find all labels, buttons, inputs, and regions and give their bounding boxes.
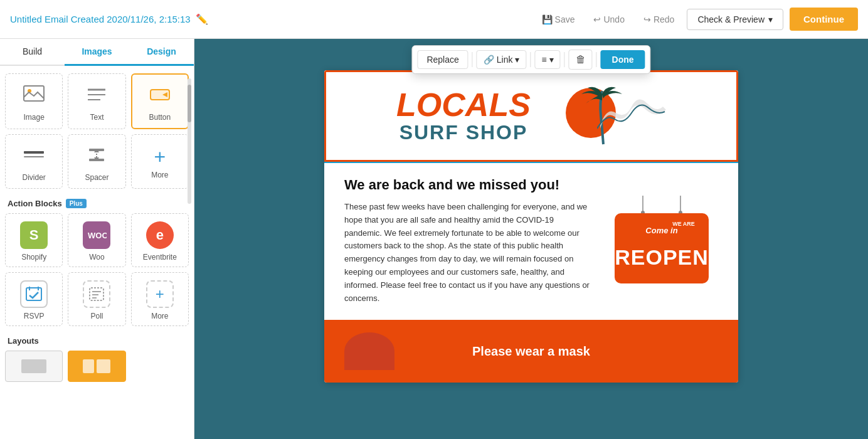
text-block-icon bbox=[85, 83, 108, 109]
floating-toolbar: Replace 🔗 Link ▾ ≡ ▾ 🗑 Done bbox=[411, 45, 650, 74]
layout-1col[interactable] bbox=[5, 351, 63, 382]
action-more-label: More bbox=[151, 312, 168, 320]
sidebar: Build Images Design bbox=[0, 39, 194, 439]
svg-text:WE ARE: WE ARE bbox=[672, 221, 695, 227]
logo-container: LOCALS SURF SHOP bbox=[396, 85, 666, 147]
save-button[interactable]: 💾 Save bbox=[536, 11, 581, 28]
action-block-woo[interactable]: WOO Woo bbox=[68, 213, 125, 267]
block-more[interactable]: + More bbox=[131, 134, 189, 189]
main-layout: Build Images Design bbox=[0, 39, 868, 439]
top-bar: Untitled Email Created 2020/11/26, 2:15:… bbox=[0, 0, 868, 39]
svg-rect-8 bbox=[24, 151, 44, 154]
surf-locals-text: LOCALS bbox=[396, 88, 531, 121]
email-canvas: LOCALS SURF SHOP bbox=[324, 70, 738, 383]
email-body: We are back and we missed you! These pas… bbox=[324, 162, 738, 320]
redo-icon: ↪ bbox=[643, 14, 651, 24]
action-block-more[interactable]: + More bbox=[131, 272, 189, 326]
eventbrite-icon: e bbox=[146, 221, 174, 249]
tab-images[interactable]: Images bbox=[65, 39, 129, 66]
surf-shop-text: SURF SHOP bbox=[396, 121, 531, 144]
block-text[interactable]: Text bbox=[68, 73, 125, 129]
woo-label: Woo bbox=[89, 253, 104, 262]
canvas-area: Replace 🔗 Link ▾ ≡ ▾ 🗑 Done bbox=[194, 39, 868, 439]
continue-label: Continue bbox=[803, 14, 844, 24]
undo-icon: ↩ bbox=[593, 14, 601, 24]
email-header[interactable]: LOCALS SURF SHOP bbox=[324, 70, 738, 162]
continue-button[interactable]: Continue bbox=[790, 8, 858, 31]
svg-rect-24 bbox=[83, 359, 94, 373]
email-body-paragraph: These past few weeks have been challengi… bbox=[344, 201, 593, 305]
check-preview-button[interactable]: Check & Preview ▾ bbox=[687, 9, 783, 30]
rsvp-label: RSVP bbox=[24, 312, 45, 320]
delete-button[interactable]: 🗑 bbox=[569, 50, 593, 70]
link-icon: 🔗 bbox=[484, 55, 494, 65]
block-button[interactable]: Button bbox=[131, 73, 189, 129]
layouts-grid bbox=[5, 351, 189, 382]
action-block-rsvp[interactable]: RSVP bbox=[5, 272, 63, 326]
block-more-label: More bbox=[151, 171, 168, 179]
svg-rect-23 bbox=[21, 359, 46, 373]
more-block-icon: + bbox=[154, 147, 166, 167]
toolbar-separator-4 bbox=[596, 52, 597, 67]
sidebar-tabs: Build Images Design bbox=[0, 39, 194, 66]
block-divider-label: Divider bbox=[22, 173, 45, 182]
svg-text:REOPEN: REOPEN bbox=[615, 245, 709, 269]
replace-button[interactable]: Replace bbox=[417, 50, 468, 69]
edit-title-icon[interactable]: ✏️ bbox=[196, 13, 208, 25]
surf-text-block: LOCALS SURF SHOP bbox=[396, 88, 531, 144]
link-button[interactable]: 🔗 Link ▾ bbox=[477, 50, 527, 69]
align-button[interactable]: ≡ ▾ bbox=[534, 50, 560, 69]
link-label: Link bbox=[497, 55, 513, 65]
done-button[interactable]: Done bbox=[601, 50, 645, 69]
undo-button[interactable]: ↩ Undo bbox=[587, 11, 630, 28]
reopen-sign-svg: Come in WE ARE REOPEN bbox=[608, 196, 715, 287]
block-spacer[interactable]: Spacer bbox=[68, 134, 125, 189]
email-title: Untitled Email Created 2020/11/26, 2:15:… bbox=[10, 14, 191, 24]
action-blocks-section-title: Action Blocks Plus bbox=[8, 199, 186, 208]
block-image-label: Image bbox=[23, 113, 44, 122]
block-image[interactable]: Image bbox=[5, 73, 63, 129]
align-icon: ≡ bbox=[541, 55, 546, 65]
action-blocks-title: Action Blocks bbox=[8, 199, 62, 208]
image-block-icon bbox=[23, 83, 45, 109]
scrollbar-thumb[interactable] bbox=[188, 85, 191, 122]
svg-rect-16 bbox=[26, 288, 41, 300]
save-icon: 💾 bbox=[542, 14, 553, 24]
link-chevron-icon: ▾ bbox=[515, 55, 519, 65]
action-block-eventbrite[interactable]: e Eventbrite bbox=[131, 213, 189, 267]
scrollbar[interactable] bbox=[188, 78, 191, 204]
layouts-title: Layouts bbox=[8, 336, 39, 346]
spacer-block-icon bbox=[85, 144, 108, 169]
align-chevron-icon: ▾ bbox=[549, 55, 554, 65]
email-heading: We are back and we missed you! bbox=[344, 177, 593, 193]
woo-icon: WOO bbox=[83, 221, 110, 249]
plus-badge: Plus bbox=[66, 199, 87, 208]
redo-label: Redo bbox=[654, 14, 674, 24]
footer-icon bbox=[344, 332, 394, 370]
blocks-grid: Image Text bbox=[5, 73, 189, 189]
tab-build[interactable]: Build bbox=[0, 39, 65, 66]
toolbar-separator-1 bbox=[472, 52, 473, 67]
more-icon: + bbox=[146, 280, 174, 308]
svg-rect-9 bbox=[24, 156, 44, 157]
block-spacer-label: Spacer bbox=[85, 173, 109, 182]
replace-label: Replace bbox=[426, 55, 458, 65]
svg-rect-25 bbox=[97, 359, 110, 373]
check-preview-label: Check & Preview bbox=[697, 14, 765, 24]
svg-text:WOO: WOO bbox=[88, 231, 107, 240]
rsvp-icon bbox=[20, 280, 48, 308]
button-block-icon bbox=[149, 83, 171, 109]
block-text-label: Text bbox=[90, 113, 103, 122]
svg-rect-19 bbox=[90, 288, 103, 300]
action-block-poll[interactable]: Poll bbox=[68, 272, 125, 326]
eventbrite-label: Eventbrite bbox=[143, 253, 177, 262]
tab-design[interactable]: Design bbox=[129, 39, 194, 66]
email-body-text-block: We are back and we missed you! These pas… bbox=[344, 177, 593, 305]
redo-button[interactable]: ↪ Redo bbox=[637, 11, 680, 28]
layouts-section-title: Layouts bbox=[8, 336, 186, 346]
layout-2col[interactable] bbox=[68, 351, 125, 382]
action-block-shopify[interactable]: S Shopify bbox=[5, 213, 63, 267]
divider-block-icon bbox=[23, 144, 45, 169]
sidebar-content: Image Text bbox=[0, 66, 194, 389]
block-divider[interactable]: Divider bbox=[5, 134, 63, 189]
